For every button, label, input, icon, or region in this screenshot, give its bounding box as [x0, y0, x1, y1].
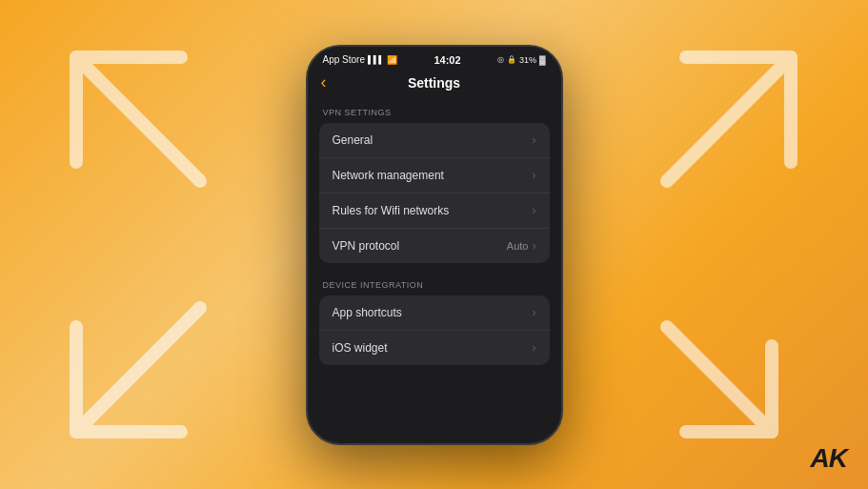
chevron-icon: › — [533, 133, 536, 147]
section-header-vpn: VPN SETTINGS — [308, 98, 561, 123]
settings-row-app-shortcuts[interactable]: App shortcuts › — [319, 295, 550, 331]
ak-logo-text: AK — [811, 445, 847, 472]
row-right: › — [533, 306, 536, 319]
location-icon: ◎ — [497, 55, 504, 64]
signal-icon: ▌▌▌ — [368, 55, 384, 64]
row-left: Rules for Wifi networks — [333, 204, 450, 217]
row-left: VPN protocol — [333, 239, 400, 253]
row-right: › — [533, 341, 536, 355]
row-right: Auto › — [507, 239, 536, 253]
settings-row-vpn-protocol[interactable]: VPN protocol Auto › — [319, 229, 550, 263]
chevron-icon: › — [533, 169, 536, 182]
ak-logo: AK — [811, 445, 847, 472]
svg-line-3 — [667, 327, 772, 432]
chevron-icon: › — [533, 239, 536, 253]
status-left: App Store ▌▌▌ 📶 — [323, 54, 398, 65]
lock-icon: 🔒 — [507, 55, 516, 64]
row-left: General — [333, 133, 373, 147]
settings-row-ios-widget[interactable]: iOS widget › — [319, 331, 550, 365]
chevron-icon: › — [533, 204, 536, 217]
back-button[interactable]: ‹ — [321, 72, 327, 92]
device-integration-group: App shortcuts › iOS widget › — [319, 295, 550, 365]
wifi-rules-label: Rules for Wifi networks — [333, 204, 450, 217]
row-right: › — [533, 133, 536, 147]
chevron-icon: › — [533, 341, 536, 355]
status-time: 14:02 — [434, 54, 460, 66]
phone-frame: App Store ▌▌▌ 📶 14:02 ◎ 🔒 31% ▓ ‹ Settin… — [306, 45, 563, 445]
row-left: Network management — [333, 169, 444, 182]
status-right: ◎ 🔒 31% ▓ — [497, 55, 546, 65]
nav-bar: ‹ Settings — [308, 70, 561, 98]
settings-row-wifi-rules[interactable]: Rules for Wifi networks › — [319, 194, 550, 229]
general-label: General — [333, 133, 373, 147]
battery-percent: 31% — [519, 55, 536, 65]
settings-content: VPN SETTINGS General › Network managemen… — [308, 98, 561, 373]
vpn-protocol-label: VPN protocol — [333, 239, 400, 253]
status-bar: App Store ▌▌▌ 📶 14:02 ◎ 🔒 31% ▓ — [308, 47, 561, 70]
settings-row-network[interactable]: Network management › — [319, 158, 550, 194]
wifi-icon: 📶 — [387, 55, 397, 65]
vpn-protocol-value: Auto — [507, 240, 529, 252]
carrier-text: App Store — [323, 54, 365, 65]
row-right: › — [533, 169, 536, 182]
battery-icon: ▓ — [539, 55, 546, 65]
vpn-settings-group: General › Network management › Rules for… — [319, 123, 550, 263]
row-left: iOS widget — [333, 341, 388, 355]
section-header-device: DEVICE INTEGRATION — [308, 271, 561, 295]
ios-widget-label: iOS widget — [333, 341, 388, 355]
svg-line-2 — [76, 308, 200, 432]
app-shortcuts-label: App shortcuts — [333, 306, 402, 319]
row-right: › — [533, 204, 536, 217]
svg-line-1 — [667, 57, 791, 181]
chevron-icon: › — [533, 306, 536, 319]
svg-line-0 — [76, 57, 200, 181]
settings-row-general[interactable]: General › — [319, 123, 550, 158]
page-title: Settings — [408, 75, 460, 91]
row-left: App shortcuts — [333, 306, 402, 319]
network-label: Network management — [333, 169, 444, 182]
